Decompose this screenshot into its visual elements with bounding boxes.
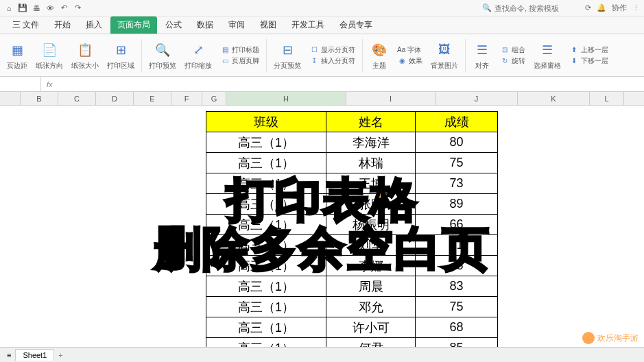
col-header-l[interactable]: L <box>590 92 624 105</box>
notify-icon[interactable]: 🔔 <box>597 3 606 12</box>
col-header-k[interactable]: K <box>518 92 590 105</box>
table-row: 高三（1）周晨83 <box>206 276 498 297</box>
table-row: 高三（1）林瑞75 <box>206 153 498 173</box>
group-button[interactable]: ⊡组合 <box>500 45 525 55</box>
print-qat-icon[interactable]: 🖶 <box>32 3 41 13</box>
th-class[interactable]: 班级 <box>206 112 326 132</box>
search-input[interactable] <box>494 4 577 12</box>
col-header-e[interactable]: E <box>134 92 171 105</box>
save-icon[interactable]: 💾 <box>18 3 27 13</box>
print-scale-button[interactable]: ⤢打印缩放 <box>182 40 215 71</box>
print-preview-button[interactable]: 🔍打印预览 <box>146 40 179 71</box>
background-button[interactable]: 🖼背景图片 <box>428 40 461 71</box>
col-header-j[interactable]: J <box>436 92 518 105</box>
sheet-tabs: ≡ Sheet1 + <box>0 347 644 362</box>
table-row: 高三（1）张明89 <box>206 194 498 215</box>
print-area-button[interactable]: ⊞打印区域 <box>104 40 137 71</box>
col-header-i[interactable]: I <box>346 92 436 105</box>
table-row: 高三（1）何君85 <box>206 338 498 348</box>
watermark: 欢乐淘手游 <box>582 332 639 344</box>
tab-insert[interactable]: 插入 <box>79 16 109 34</box>
orientation-button[interactable]: 📄纸张方向 <box>33 40 66 71</box>
tab-start[interactable]: 开始 <box>47 16 77 34</box>
col-header-d[interactable]: D <box>96 92 134 105</box>
name-box[interactable] <box>0 77 41 91</box>
column-headers: B C D E F G H I J K L <box>0 92 644 106</box>
ribbon-tabs: 三 文件 开始 插入 页面布局 公式 数据 审阅 视图 开发工具 会员专享 <box>0 16 644 34</box>
table-row: 高三（1）刘华91 <box>206 235 498 256</box>
bring-forward-button[interactable]: ⬆上移一层 <box>569 45 608 55</box>
table-row: 高三（1）王博73 <box>206 173 498 194</box>
print-titles-button[interactable]: ▤打印标题 <box>220 45 259 55</box>
selection-pane-button[interactable]: ☰选择窗格 <box>531 40 564 71</box>
table-row: 高三（1）李娜78 <box>206 256 498 276</box>
tab-member[interactable]: 会员专享 <box>333 16 379 34</box>
col-header-b[interactable]: B <box>21 92 58 105</box>
show-page-breaks-checkbox[interactable]: ☐显示分页符 <box>309 45 355 55</box>
table-row: 高三（1）邓允75 <box>206 297 498 317</box>
tab-devtools[interactable]: 开发工具 <box>285 16 331 34</box>
fonts-button[interactable]: Aa 字体 <box>397 45 422 55</box>
th-name[interactable]: 姓名 <box>326 112 416 132</box>
undo-icon[interactable]: ↶ <box>59 3 69 13</box>
add-sheet-button[interactable]: + <box>58 351 62 359</box>
ribbon: ▦页边距 📄纸张方向 📋纸张大小 ⊞打印区域 🔍打印预览 ⤢打印缩放 ▤打印标题… <box>0 34 644 77</box>
rotate-button[interactable]: ↻旋转 <box>500 56 525 66</box>
margins-button[interactable]: ▦页边距 <box>4 40 30 71</box>
tab-review[interactable]: 审阅 <box>222 16 252 34</box>
home-icon[interactable]: ⌂ <box>4 3 14 13</box>
col-header-g[interactable]: G <box>202 92 226 105</box>
table-row: 高三（1）李海洋80 <box>206 132 498 153</box>
tab-data[interactable]: 数据 <box>190 16 220 34</box>
size-button[interactable]: 📋纸张大小 <box>69 40 102 71</box>
table-row: 高三（1）杨振明66 <box>206 215 498 235</box>
insert-page-break-button[interactable]: ↧插入分页符 <box>309 56 355 66</box>
table-row: 高三（1）许小可68 <box>206 317 498 338</box>
tab-file[interactable]: 三 文件 <box>5 16 46 34</box>
header-footer-button[interactable]: ▭页眉页脚 <box>220 56 259 66</box>
th-score[interactable]: 成绩 <box>416 112 498 132</box>
redo-icon[interactable]: ↷ <box>73 3 82 13</box>
col-header-c[interactable]: C <box>58 92 96 105</box>
sheet-tab[interactable]: Sheet1 <box>15 349 54 361</box>
align-button[interactable]: ☰对齐 <box>470 40 494 71</box>
fx-icon[interactable]: fx <box>41 80 58 88</box>
data-table: 班级 姓名 成绩 高三（1）李海洋80 高三（1）林瑞75 高三（1）王博73 … <box>206 111 498 347</box>
preview-qat-icon[interactable]: 👁 <box>45 3 55 13</box>
select-all-corner[interactable] <box>0 92 21 105</box>
themes-button[interactable]: 🎨主题 <box>367 40 392 71</box>
col-header-f[interactable]: F <box>171 92 202 105</box>
page-break-preview-button[interactable]: ⊟分页预览 <box>271 40 304 71</box>
sync-icon[interactable]: ⟳ <box>585 3 591 12</box>
watermark-icon <box>582 332 595 344</box>
tab-formula[interactable]: 公式 <box>158 16 189 34</box>
collab-label[interactable]: 协作 <box>612 3 627 13</box>
tab-page-layout[interactable]: 页面布局 <box>110 16 157 34</box>
col-header-h[interactable]: H <box>226 92 346 105</box>
search-icon: 🔍 <box>482 3 492 12</box>
send-backward-button[interactable]: ⬇下移一层 <box>569 56 608 66</box>
effects-button[interactable]: ◉效果 <box>397 56 422 66</box>
tab-view[interactable]: 视图 <box>253 16 283 34</box>
sheets-menu-icon[interactable]: ≡ <box>7 351 11 359</box>
spreadsheet-grid[interactable]: 班级 姓名 成绩 高三（1）李海洋80 高三（1）林瑞75 高三（1）王博73 … <box>0 106 644 347</box>
share-icon[interactable]: ⋮ <box>632 3 640 12</box>
